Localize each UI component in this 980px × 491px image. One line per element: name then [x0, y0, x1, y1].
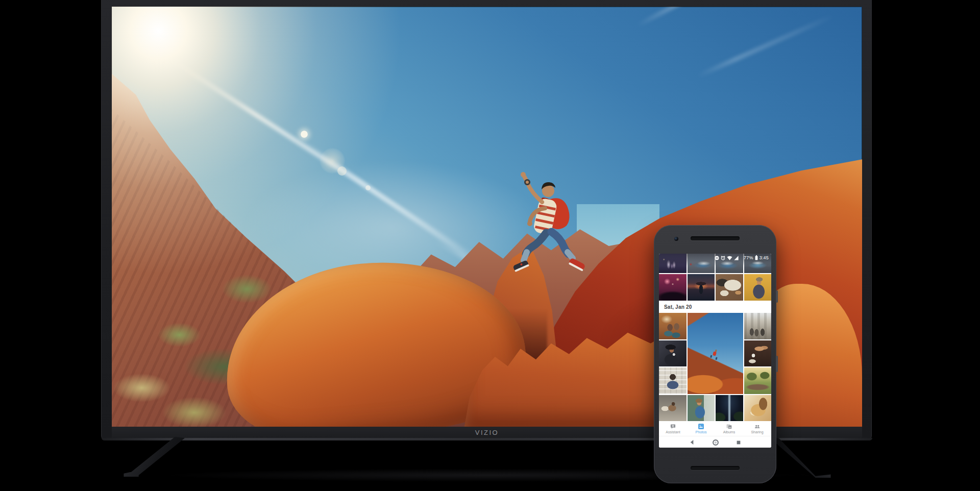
bottom-speaker — [691, 466, 740, 470]
photo-grid-recent — [659, 254, 771, 301]
photo-thumbnail-cafe-interior[interactable] — [659, 313, 687, 339]
photo-thumbnail-couch-lounge[interactable] — [659, 395, 687, 422]
tab-label: Assistant — [666, 430, 680, 434]
jumping-hiker-figure — [498, 168, 600, 301]
lens-flare — [365, 185, 371, 190]
phone-screen: Sat, Jan 20 Assistant — [659, 254, 771, 448]
back-button[interactable] — [689, 439, 695, 446]
lens-flare — [301, 131, 308, 138]
photo-thumbnail-scarf-portrait[interactable] — [744, 274, 772, 301]
earpiece-speaker — [691, 236, 740, 240]
photo-grid-day — [659, 313, 771, 421]
tab-label: Sharing — [751, 430, 763, 434]
photo-thumbnail-street-crowd[interactable] — [744, 313, 772, 339]
photo-thumbnail-classic-car-a[interactable] — [688, 254, 715, 273]
do-not-disturb-icon — [715, 256, 719, 260]
date-header: Sat, Jan 20 — [659, 301, 771, 313]
assistant-bubble-icon — [670, 424, 676, 429]
volume-button — [776, 356, 778, 372]
photo-thumbnail-wall-sketches[interactable] — [659, 367, 687, 394]
albums-icon — [726, 424, 732, 429]
tab-label: Photos — [696, 430, 707, 434]
tab-photos[interactable]: Photos — [687, 424, 715, 434]
photo-thumbnail-umbrella-sunset[interactable] — [688, 274, 715, 301]
cell-signal-icon — [734, 256, 739, 260]
status-bar: 77% 3:45 — [715, 255, 769, 260]
photo-thumbnail-puppy-closeup[interactable] — [744, 395, 772, 422]
alarm-clock-icon — [721, 256, 725, 260]
photo-thumbnail-hat-portrait[interactable] — [659, 340, 687, 367]
photo-thumbnail-woman-drink[interactable] — [688, 395, 715, 422]
photos-icon — [698, 424, 704, 429]
battery-percent-label: 77% — [744, 256, 753, 260]
tab-sharing[interactable]: Sharing — [743, 424, 771, 434]
clock-label: 3:45 — [760, 256, 769, 260]
photo-thumbnail-hands-coffee[interactable] — [744, 340, 772, 367]
photo-thumbnail-hero-jump[interactable] — [688, 313, 743, 394]
photo-thumbnail-concert-crowd[interactable] — [659, 274, 687, 301]
phone-body: Sat, Jan 20 Assistant — [654, 225, 776, 483]
photo-thumbnail-family-night[interactable] — [659, 254, 687, 273]
photo-thumbnail-waterfall-night[interactable] — [716, 395, 743, 422]
photo-thumbnail-desk-map[interactable] — [716, 274, 743, 301]
power-button — [776, 290, 778, 303]
vizio-brand-logo: VIZIO — [475, 429, 499, 436]
contrail-streak — [636, 7, 811, 28]
tab-label: Albums — [723, 430, 735, 434]
tab-albums[interactable]: Albums — [715, 424, 743, 434]
photo-thumbnail-park-gathering[interactable] — [744, 367, 772, 394]
stage: VIZIO Sat, Jan 20 Assistant — [0, 0, 980, 491]
date-header-label: Sat, Jan 20 — [664, 304, 692, 310]
recents-button[interactable] — [736, 439, 742, 446]
contrail-streak — [696, 13, 835, 78]
wifi-icon — [727, 256, 732, 260]
front-camera-icon — [674, 237, 678, 241]
home-button[interactable] — [712, 439, 719, 446]
sharing-people-icon — [754, 424, 760, 429]
battery-icon — [755, 255, 758, 260]
bottom-tab-bar: Assistant Photos Album — [659, 421, 771, 436]
tab-assistant[interactable]: Assistant — [659, 424, 687, 434]
android-nav-bar — [659, 436, 771, 448]
